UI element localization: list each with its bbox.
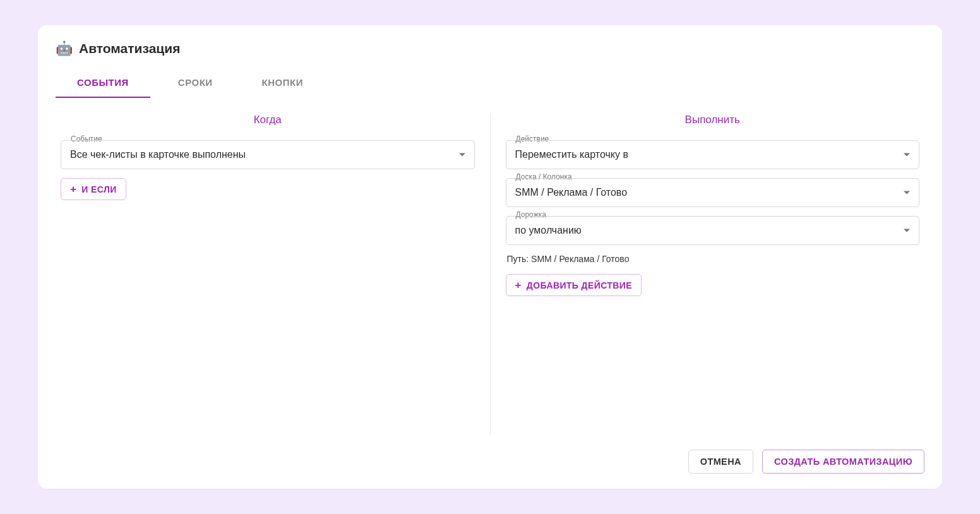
robot-icon: 🤖 [56, 40, 73, 57]
chevron-down-icon [459, 153, 465, 157]
add-action-label: ДОБАВИТЬ ДЕЙСТВИЕ [527, 280, 632, 290]
create-automation-button[interactable]: СОЗДАТЬ АВТОМАТИЗАЦИЮ [762, 450, 924, 474]
cancel-button[interactable]: ОТМЕНА [688, 450, 753, 474]
automation-dialog: 🤖 Автоматизация СОБЫТИЯ СРОКИ КНОПКИ Ког… [38, 25, 942, 489]
chevron-down-icon [904, 153, 910, 157]
tabs: СОБЫТИЯ СРОКИ КНОПКИ [56, 69, 924, 99]
automation-body: Когда Событие Все чек-листы в карточке в… [56, 114, 924, 434]
action-field: Действие Переместить карточку в [506, 140, 920, 169]
lane-value: по умолчанию [515, 225, 582, 236]
add-condition-button[interactable]: + И ЕСЛИ [61, 178, 126, 200]
action-value: Переместить карточку в [515, 149, 628, 160]
dialog-title: Автоматизация [79, 41, 180, 56]
dialog-footer: ОТМЕНА СОЗДАТЬ АВТОМАТИЗАЦИЮ [56, 434, 924, 474]
event-field: Событие Все чек-листы в карточке выполне… [61, 140, 475, 169]
when-heading: Когда [61, 114, 475, 126]
do-column: Выполнить Действие Переместить карточку … [490, 114, 925, 434]
board-column-value: SMM / Реклама / Готово [515, 187, 628, 198]
dialog-header: 🤖 Автоматизация [56, 40, 924, 57]
chevron-down-icon [904, 229, 910, 232]
board-column-field: Доска / Колонка SMM / Реклама / Готово [506, 178, 920, 207]
do-heading: Выполнить [506, 114, 920, 126]
tab-deadlines[interactable]: СРОКИ [157, 69, 234, 98]
event-value: Все чек-листы в карточке выполнены [70, 149, 246, 160]
when-column: Когда Событие Все чек-листы в карточке в… [56, 114, 490, 434]
plus-icon: + [515, 280, 522, 290]
lane-field: Дорожка по умолчанию [506, 216, 920, 245]
board-column-select[interactable]: SMM / Реклама / Готово [506, 178, 920, 207]
plus-icon: + [70, 184, 76, 194]
tab-buttons[interactable]: КНОПКИ [241, 69, 325, 98]
event-select[interactable]: Все чек-листы в карточке выполнены [61, 140, 475, 169]
add-action-button[interactable]: + ДОБАВИТЬ ДЕЙСТВИЕ [506, 274, 642, 296]
path-text: Путь: SMM / Реклама / Готово [507, 254, 920, 264]
lane-select[interactable]: по умолчанию [506, 216, 920, 245]
tab-events[interactable]: СОБЫТИЯ [56, 69, 150, 98]
action-select[interactable]: Переместить карточку в [506, 140, 920, 169]
add-condition-label: И ЕСЛИ [81, 184, 116, 194]
chevron-down-icon [904, 191, 910, 194]
